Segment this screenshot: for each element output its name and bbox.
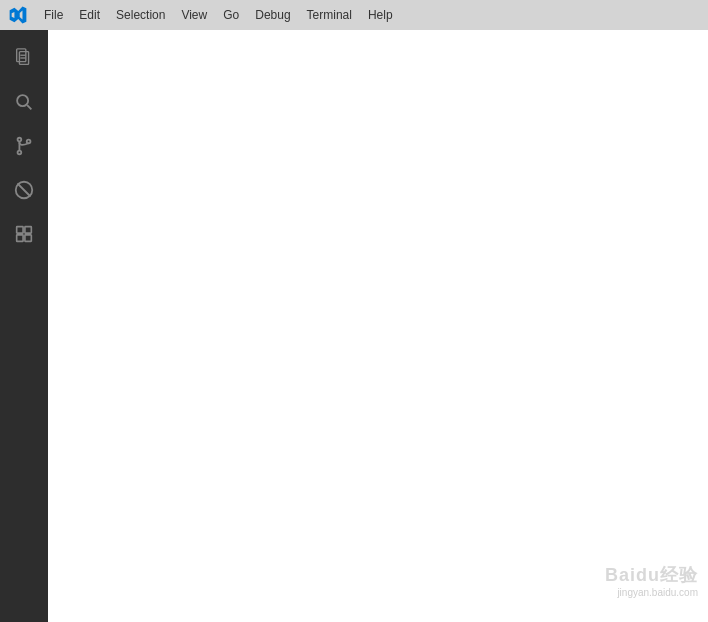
search-icon[interactable] bbox=[4, 82, 44, 122]
svg-point-7 bbox=[18, 151, 22, 155]
svg-rect-15 bbox=[25, 235, 31, 241]
svg-rect-13 bbox=[25, 227, 31, 233]
watermark-sub: jingyan.baidu.com bbox=[605, 587, 698, 598]
menu-file[interactable]: File bbox=[36, 0, 71, 30]
menu-view[interactable]: View bbox=[173, 0, 215, 30]
editor-area bbox=[48, 30, 708, 622]
vscode-logo bbox=[4, 0, 32, 30]
svg-point-8 bbox=[27, 140, 31, 144]
activity-bar bbox=[0, 30, 48, 622]
svg-rect-14 bbox=[17, 235, 23, 241]
svg-line-11 bbox=[18, 184, 31, 197]
svg-point-6 bbox=[18, 138, 22, 142]
svg-point-4 bbox=[17, 95, 28, 106]
explorer-icon[interactable] bbox=[4, 38, 44, 78]
menu-terminal[interactable]: Terminal bbox=[299, 0, 360, 30]
menubar: File Edit Selection View Go Debug Termin… bbox=[0, 0, 708, 30]
main-layout bbox=[0, 30, 708, 622]
extensions-icon[interactable] bbox=[4, 170, 44, 210]
source-control-icon[interactable] bbox=[4, 126, 44, 166]
svg-line-5 bbox=[27, 105, 31, 109]
remote-explorer-icon[interactable] bbox=[4, 214, 44, 254]
menu-debug[interactable]: Debug bbox=[247, 0, 298, 30]
menu-go[interactable]: Go bbox=[215, 0, 247, 30]
watermark-main: Baidu经验 bbox=[605, 563, 698, 587]
menu-selection[interactable]: Selection bbox=[108, 0, 173, 30]
svg-rect-12 bbox=[17, 227, 23, 233]
menu-edit[interactable]: Edit bbox=[71, 0, 108, 30]
watermark: Baidu经验 jingyan.baidu.com bbox=[605, 563, 698, 598]
menu-help[interactable]: Help bbox=[360, 0, 401, 30]
